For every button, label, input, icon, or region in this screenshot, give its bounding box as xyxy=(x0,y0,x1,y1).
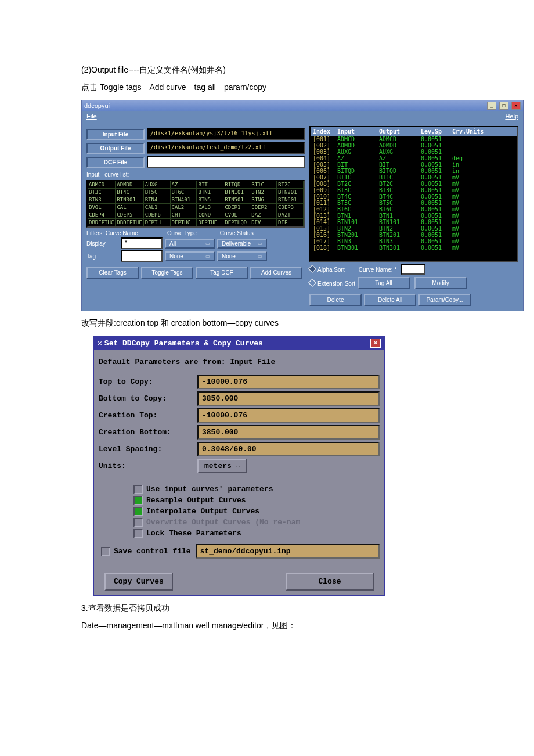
curve-cell[interactable]: DAZT xyxy=(277,211,304,219)
curve-cell[interactable]: BTN301 xyxy=(116,196,143,204)
table-row[interactable]: [002]ADMDDADMDD0.0051 xyxy=(311,142,517,149)
curve-name-field[interactable] xyxy=(401,264,425,275)
curve-cell[interactable]: DEPTHF xyxy=(197,219,223,226)
spacing-field[interactable]: 0.3048/60.00 xyxy=(197,442,380,456)
clear-tags-button[interactable]: Clear Tags xyxy=(86,267,139,279)
curve-cell[interactable]: CAL2 xyxy=(171,204,197,211)
curve-cell[interactable]: BTN401 xyxy=(171,196,197,204)
curve-cell[interactable]: ADMCD xyxy=(88,181,116,189)
interpolate-checkbox[interactable] xyxy=(134,507,143,516)
curve-cell[interactable]: BT2C xyxy=(277,181,304,189)
alpha-sort-radio[interactable] xyxy=(308,265,316,273)
curve-cell[interactable]: BT5C xyxy=(144,189,171,196)
close-button[interactable]: Close xyxy=(286,573,374,591)
curve-cell[interactable]: CAL xyxy=(116,204,143,211)
table-row[interactable]: [011]BT5CBT5C0.0051mV xyxy=(311,200,517,206)
table-row[interactable]: [016]BTN201BTN2010.0051mV xyxy=(311,232,517,238)
titlebar[interactable]: ddcopyui _ □ × xyxy=(82,100,523,111)
delete-all-button[interactable]: Delete All xyxy=(364,294,416,306)
close-icon[interactable]: × xyxy=(511,102,521,110)
curve-cell[interactable]: CDEP5 xyxy=(116,211,143,219)
status-dropdown[interactable]: Deliverable xyxy=(217,239,267,249)
curve-cell[interactable]: CDEP6 xyxy=(144,211,171,219)
curve-cell[interactable]: BTN6 xyxy=(250,196,277,204)
curve-cell[interactable]: DEPTH xyxy=(144,219,171,226)
table-row[interactable]: [005]BITBIT0.0051in xyxy=(311,161,517,168)
table-row[interactable]: [012]BT6CBT6C0.0051mV xyxy=(311,206,517,213)
ext-sort-radio[interactable] xyxy=(308,278,316,286)
table-row[interactable]: [015]BTN2BTN20.0051mV xyxy=(311,225,517,232)
save-control-checkbox[interactable] xyxy=(101,547,110,556)
curve-cell[interactable]: CDEP3 xyxy=(277,204,304,211)
table-row[interactable]: [003]AUXGAUXG0.0051 xyxy=(311,149,517,155)
curve-cell[interactable]: CDEP2 xyxy=(250,204,277,211)
modify-button[interactable]: Modify xyxy=(414,277,467,289)
table-row[interactable]: [018]BTN301BTN3010.0051mV xyxy=(311,244,517,251)
use-input-checkbox[interactable] xyxy=(134,485,143,494)
table-row[interactable]: [006]BITQDBITQD0.0051in xyxy=(311,168,517,174)
ctop-field[interactable]: -10000.076 xyxy=(197,408,380,423)
curve-cell[interactable]: DEV xyxy=(250,219,277,226)
curve-cell[interactable]: DBDEPTHC xyxy=(88,219,116,226)
curve-cell[interactable]: COND xyxy=(197,211,223,219)
table-row[interactable]: [004]AZAZ0.0051deg xyxy=(311,155,517,161)
tag-all-button[interactable]: Tag All xyxy=(358,277,410,289)
curve-cell[interactable]: BTN201 xyxy=(277,189,304,196)
close-icon[interactable]: × xyxy=(370,339,381,348)
curve-cell[interactable]: CAL3 xyxy=(197,204,223,211)
tag-type-dropdown[interactable]: None xyxy=(165,251,215,261)
curve-cell[interactable]: BTN1 xyxy=(197,189,223,196)
curve-cell[interactable]: AUXG xyxy=(144,181,171,189)
add-curves-button[interactable]: Add Curves xyxy=(250,267,302,279)
curve-cell[interactable]: BT6C xyxy=(171,189,197,196)
resample-checkbox[interactable] xyxy=(134,496,143,505)
tag-field[interactable] xyxy=(121,250,163,262)
titlebar[interactable]: ✕Set DDCopy Parameters & Copy Curves × xyxy=(94,337,384,350)
cbottom-field[interactable]: 3850.000 xyxy=(197,425,380,440)
lock-checkbox[interactable] xyxy=(134,529,143,538)
curve-cell[interactable]: BTN601 xyxy=(277,196,304,204)
top-field[interactable]: -10000.076 xyxy=(197,375,380,389)
curve-cell[interactable]: CDEP4 xyxy=(88,211,116,219)
dcf-file-field[interactable] xyxy=(147,156,305,168)
maximize-icon[interactable]: □ xyxy=(499,102,508,110)
curve-cell[interactable]: BTN5 xyxy=(197,196,223,204)
toggle-tags-button[interactable]: Toggle Tags xyxy=(141,267,193,279)
curve-cell[interactable]: BVOL xyxy=(88,204,116,211)
curve-cell[interactable]: BT3C xyxy=(88,189,116,196)
curve-cell[interactable]: BTN4 xyxy=(144,196,171,204)
curve-cell[interactable]: CHT xyxy=(171,211,197,219)
table-row[interactable]: [013]BTN1BTN10.0051mV xyxy=(311,213,517,219)
minimize-icon[interactable]: _ xyxy=(487,102,496,110)
curve-cell[interactable]: BTN3 xyxy=(88,196,116,204)
curve-cell[interactable]: BTN2 xyxy=(250,189,277,196)
type-dropdown[interactable]: All xyxy=(165,239,215,249)
curve-cell[interactable]: DIP xyxy=(277,219,304,226)
curve-cell[interactable]: CAL1 xyxy=(144,204,171,211)
table-row[interactable]: [014]BTN101BTN1010.0051mV xyxy=(311,219,517,225)
curve-cell[interactable]: DAZ xyxy=(250,211,277,219)
table-row[interactable]: [008]BT2CBT2C0.0051mV xyxy=(311,181,517,187)
menu-file[interactable]: File xyxy=(86,113,97,120)
curve-grid[interactable]: ADMCDADMDDAUXGAZBITBITQDBT1CBT2CBT3CBT4C… xyxy=(86,180,305,228)
tag-status-dropdown[interactable]: None xyxy=(217,251,267,261)
tag-dcf-button[interactable]: Tag DCF xyxy=(196,267,248,279)
curve-cell[interactable]: CVOL xyxy=(223,211,250,219)
curve-cell[interactable]: BT4C xyxy=(116,189,143,196)
curve-cell[interactable]: DEPTHQD xyxy=(223,219,250,226)
curve-cell[interactable]: AZ xyxy=(171,181,197,189)
copy-curves-button[interactable]: Copy Curves xyxy=(104,573,173,591)
bottom-field[interactable]: 3850.000 xyxy=(197,391,380,406)
curve-cell[interactable]: ADMDD xyxy=(116,181,143,189)
output-table[interactable]: Index Input Output Lev.Sp Crv.Units [001… xyxy=(309,126,518,262)
curve-cell[interactable]: BTN501 xyxy=(223,196,250,204)
curve-cell[interactable]: BTN101 xyxy=(223,189,250,196)
input-file-field[interactable]: /disk1/exkantan/ysj3/tz16-11ysj.xtf xyxy=(147,128,305,140)
table-row[interactable]: [009]BT3CBT3C0.0051mV xyxy=(311,187,517,193)
menu-help[interactable]: Help xyxy=(505,113,518,120)
save-control-field[interactable]: st_demo/ddcopyui.inp xyxy=(196,544,380,559)
table-row[interactable]: [007]BT1CBT1C0.0051mV xyxy=(311,174,517,181)
delete-button[interactable]: Delete xyxy=(309,294,362,306)
curve-cell[interactable]: CDEP1 xyxy=(223,204,250,211)
curve-cell[interactable]: DEPTHC xyxy=(171,219,197,226)
